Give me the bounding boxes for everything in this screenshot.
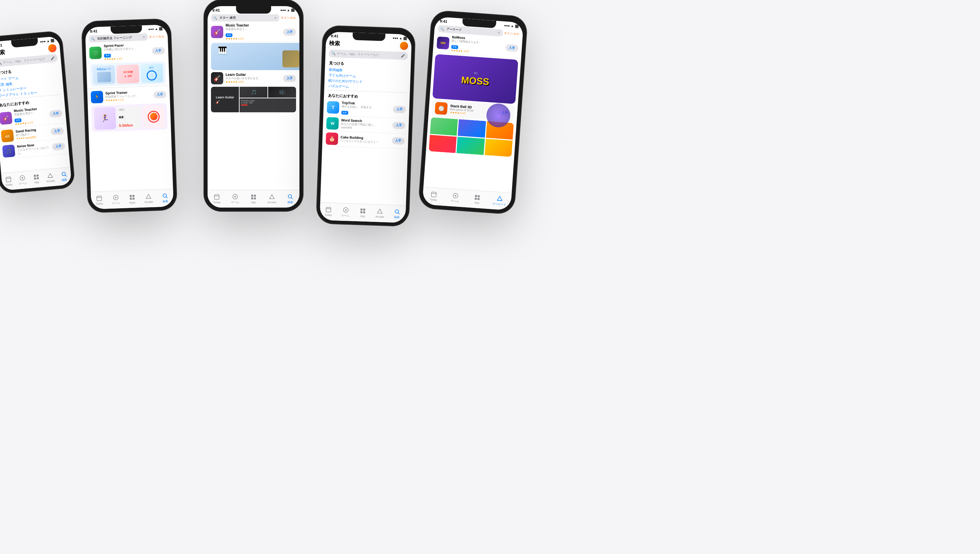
sprint-pacer-row: ♡ Sprint Pacer 心拍数に合わせて走ろう。 新着 ★★★★★ 2.3… — [86, 40, 169, 63]
tab-today-5[interactable]: Today — [427, 191, 440, 201]
svg-line-1 — [6, 178, 11, 178]
notch-4 — [353, 32, 385, 41]
sand-racing-icon: 🏎 — [1, 129, 14, 142]
phone-3-screen: 9:41 ●●●▲⬛ 🔍 ギター 練習 ✕ キャンセル 🎸 — [208, 6, 299, 208]
cancel-btn-3[interactable]: キャンセル — [281, 16, 296, 20]
get-learn-guitar[interactable]: 入手 — [283, 75, 296, 82]
phone-5-screen: 9:41 ●●●▲⬛ 🔍 アーケード ✕ キャンセル NM N — [422, 17, 524, 211]
tab-search-3[interactable]: 検索 — [284, 193, 296, 204]
phone-4-screen: 9:41 ●●●▲⬛ 検索 🔍 ゲーム、App、ストーリーなど 🎤 見つける 動… — [320, 32, 412, 223]
svg-line-11 — [65, 175, 66, 176]
get-word-search[interactable]: 入手 — [392, 122, 406, 129]
notch-2 — [111, 25, 142, 34]
get-btn-noise[interactable]: 入手 — [52, 143, 65, 151]
time-1: 9:41 — [0, 43, 2, 48]
triptrek-icon: T — [327, 101, 339, 113]
music-teacher-row-3: 🎸 Music Teacher 弦楽器を学ぼう。 新着 ★★★★★ 2.3万 入… — [208, 22, 299, 42]
get-nomoss[interactable]: 入手 — [505, 44, 519, 52]
nomoss-banner: NO MOSS — [433, 54, 518, 104]
nomoss-icon: NM — [437, 37, 450, 49]
get-sprint-pacer[interactable]: 入手 — [152, 47, 165, 54]
svg-marker-33 — [269, 195, 274, 199]
tab-arcade-3[interactable]: Arcade — [266, 194, 278, 204]
tab-search-2[interactable]: 検索 — [159, 192, 172, 203]
tab-games-5[interactable]: ゲーム — [449, 192, 462, 203]
apps-tab-label: Apps — [129, 201, 136, 204]
get-btn-music-1[interactable]: 入手 — [49, 110, 63, 118]
phone-4: 9:41 ●●●▲⬛ 検索 🔍 ゲーム、App、ストーリーなど 🎤 見つける 動… — [317, 25, 415, 226]
tab-games-4[interactable]: ゲーム — [339, 206, 352, 217]
sprint-trainer-card: 🏃‍♀️ 1週目 速度: 5:56/km — [91, 103, 168, 132]
tab-arcade-5[interactable]: アーケード — [492, 195, 507, 207]
svg-rect-56 — [477, 198, 479, 200]
phone-1: 9:41 ●●● ▲ ⬛ 検索 🔍 ゲーム、App、ストーリーなど 🎤 見つける… — [0, 31, 75, 193]
tab-app-1[interactable]: App — [30, 173, 43, 184]
svg-point-46 — [395, 210, 398, 213]
tab-today-4[interactable]: Today — [322, 206, 335, 217]
main-scene: 9:41 ●●● ▲ ⬛ 検索 🔍 ゲーム、App、ストーリーなど 🎤 見つける… — [0, 0, 980, 554]
search-title-1: 検索 — [0, 49, 5, 57]
learn-guitar-icon: 🎸 — [211, 72, 223, 84]
phone-5: 9:41 ●●●▲⬛ 🔍 アーケード ✕ キャンセル NM N — [418, 11, 527, 214]
stack-ball-icon: ⚪ — [434, 102, 447, 115]
tab-arcade-2[interactable]: Arcade — [142, 193, 155, 204]
tab-search-4[interactable]: 検索 — [391, 208, 403, 219]
svg-rect-6 — [37, 174, 39, 177]
svg-rect-32 — [254, 197, 256, 199]
svg-rect-31 — [251, 197, 253, 199]
get-btn-sand[interactable]: 入手 — [50, 127, 64, 135]
search-bar-4[interactable]: 🔍 ゲーム、App、ストーリーなど 🎤 — [329, 49, 408, 60]
tab-app-3[interactable]: App — [247, 194, 259, 204]
tab-app-4[interactable]: App — [356, 207, 369, 218]
svg-rect-55 — [475, 197, 477, 199]
tab-games-2[interactable]: ゲーム — [110, 194, 122, 205]
learn-guitar-row: 🎸 Learn Guitar ギターの使い方を学びます。 ★★★★★ 3.8万 … — [208, 71, 299, 86]
svg-point-22 — [163, 194, 166, 197]
tab-app-5[interactable]: App — [471, 194, 484, 205]
tab-today-1[interactable]: Today — [2, 175, 15, 186]
get-music-teacher-3[interactable]: 入手 — [283, 29, 296, 36]
tab-today-2[interactable]: Today — [93, 195, 105, 205]
svg-rect-54 — [478, 195, 480, 197]
tab-search-1[interactable]: 検索 — [57, 170, 71, 182]
tab-bar-1: Today ゲーム App — [1, 167, 72, 191]
tab-arcade-4[interactable]: Arcade — [374, 208, 386, 218]
sprint-pacer-icon: ♡ — [89, 47, 102, 59]
svg-rect-42 — [363, 208, 365, 210]
tab-today-3[interactable]: Today — [211, 194, 223, 204]
svg-line-49 — [431, 193, 436, 194]
tab-games-3[interactable]: ゲーム — [229, 193, 241, 204]
svg-rect-19 — [130, 197, 132, 199]
avatar-4 — [400, 41, 408, 50]
tab-bar-4: Today ゲーム App — [320, 202, 406, 223]
tab-games-1[interactable]: ゲーム — [16, 174, 29, 186]
get-triptrek[interactable]: 入手 — [393, 106, 406, 113]
cancel-btn-2[interactable]: キャンセル — [149, 34, 164, 39]
get-sprint-trainer[interactable]: 入手 — [153, 91, 167, 98]
cancel-btn-5[interactable]: キャンセル — [504, 31, 520, 37]
svg-rect-8 — [37, 177, 39, 179]
svg-marker-21 — [146, 194, 151, 198]
svg-marker-9 — [48, 173, 53, 178]
svg-marker-57 — [497, 196, 502, 201]
svg-line-47 — [398, 213, 399, 214]
svg-rect-41 — [360, 208, 363, 210]
phone-1-screen: 9:41 ●●● ▲ ⬛ 検索 🔍 ゲーム、App、ストーリーなど 🎤 見つける… — [0, 36, 72, 191]
tab-arcade-1[interactable]: Arcade — [43, 172, 56, 183]
svg-rect-53 — [475, 195, 477, 197]
get-cake-building[interactable]: 入手 — [392, 137, 405, 145]
svg-rect-18 — [132, 195, 134, 197]
tab-bar-3: Today ゲーム App — [208, 190, 299, 208]
svg-rect-36 — [326, 207, 331, 212]
svg-line-35 — [291, 198, 293, 199]
search-placeholder-1: ゲーム、App、ストーリーなど — [3, 57, 45, 65]
status-icons-1: ●●● ▲ ⬛ — [40, 39, 54, 43]
search-input-3[interactable]: 🔍 ギター 練習 ✕ — [211, 14, 279, 21]
tab-bar-5: Today ゲーム App — [422, 186, 512, 210]
sprint-pacer-card: 今日のルート 月の目標 ▲ 165 歩行 ♡ — [90, 61, 166, 87]
svg-rect-29 — [251, 195, 253, 197]
tab-apps-2[interactable]: Apps — [126, 194, 138, 204]
svg-line-4 — [22, 177, 23, 179]
svg-rect-43 — [360, 211, 363, 213]
word-search-icon: W — [326, 117, 339, 129]
